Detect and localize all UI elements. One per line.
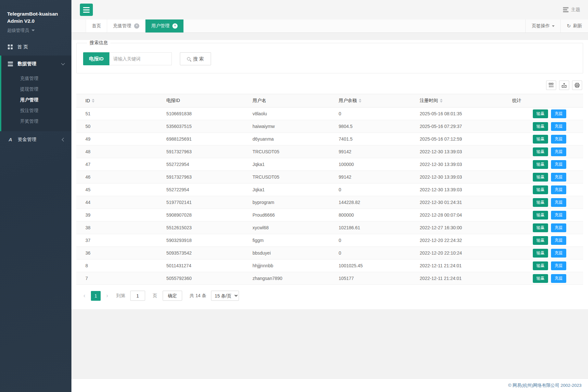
cell-id: 7 bbox=[76, 272, 162, 285]
page-number-current[interactable]: 1 bbox=[91, 291, 101, 301]
goto-page-input[interactable] bbox=[130, 291, 145, 301]
win-lose-button[interactable]: 输赢 bbox=[533, 147, 548, 156]
user-role-label: 超级管理员 bbox=[7, 28, 29, 33]
recharge-withdraw-button[interactable]: 充提 bbox=[551, 185, 566, 194]
win-lose-button[interactable]: 输赢 bbox=[533, 122, 548, 131]
win-lose-button[interactable]: 输赢 bbox=[533, 173, 548, 182]
sidebar-item-funds[interactable]: A 资金管理 bbox=[0, 131, 71, 148]
recharge-withdraw-button[interactable]: 充提 bbox=[551, 122, 566, 131]
cell-regtime: 2022-12-30 13:39:03 bbox=[416, 145, 512, 158]
sidebar-toggle-button[interactable] bbox=[80, 4, 93, 16]
cell-username: TRCUSDT05 bbox=[249, 171, 335, 183]
win-lose-button[interactable]: 输赢 bbox=[533, 249, 548, 258]
export-icon bbox=[562, 83, 567, 88]
cell-username: xycwl68 bbox=[249, 221, 335, 234]
win-lose-button[interactable]: 输赢 bbox=[533, 211, 548, 220]
column-header-id[interactable]: ID bbox=[76, 94, 162, 107]
search-button[interactable]: 搜 索 bbox=[180, 52, 211, 65]
prev-page-icon[interactable]: ‹ bbox=[81, 292, 88, 299]
tab-operations-label: 页签操作 bbox=[532, 23, 550, 29]
page-card: 搜索信息 电报ID 搜 索 bbox=[71, 40, 588, 309]
tab-users[interactable]: 用户管理 bbox=[145, 19, 184, 32]
column-header-username: 用户名 bbox=[249, 94, 335, 107]
win-lose-button[interactable]: 输赢 bbox=[533, 109, 548, 118]
column-tgid-label: 电报ID bbox=[166, 98, 180, 103]
recharge-withdraw-button[interactable]: 充提 bbox=[551, 223, 566, 232]
win-lose-button[interactable]: 输赢 bbox=[533, 223, 548, 232]
print-button[interactable] bbox=[572, 81, 582, 90]
recharge-withdraw-button[interactable]: 充提 bbox=[551, 211, 566, 220]
cell-id: 46 bbox=[76, 171, 162, 183]
cell-regtime: 2022-12-11 21:24:01 bbox=[416, 272, 512, 285]
table-body: 515106691838v8laolu02025-05-16 08:01:35输… bbox=[76, 107, 583, 285]
sidebar-item-data-management[interactable]: 数据管理 bbox=[1, 56, 71, 72]
cell-id: 50 bbox=[76, 120, 162, 133]
win-lose-button[interactable]: 输赢 bbox=[533, 198, 548, 207]
refresh-button[interactable]: ↻ 刷新 bbox=[560, 19, 588, 32]
win-lose-button[interactable]: 输赢 bbox=[533, 274, 548, 283]
recharge-withdraw-button[interactable]: 充提 bbox=[551, 160, 566, 169]
theme-switcher[interactable]: 主题 bbox=[563, 7, 580, 13]
column-header-tgid: 电报ID bbox=[162, 94, 248, 107]
win-lose-button[interactable]: 输赢 bbox=[533, 160, 548, 169]
column-id-label: ID bbox=[85, 98, 90, 103]
recharge-withdraw-button[interactable]: 充提 bbox=[551, 198, 566, 207]
footer: © 网易(杭州)网络有限公司 2002-2023 bbox=[71, 378, 588, 392]
recharge-withdraw-button[interactable]: 充提 bbox=[551, 236, 566, 245]
recharge-withdraw-button[interactable]: 充提 bbox=[551, 274, 566, 283]
close-icon[interactable] bbox=[172, 23, 178, 29]
recharge-withdraw-button[interactable]: 充提 bbox=[551, 249, 566, 258]
cell-username: zhangsan7890 bbox=[249, 272, 335, 285]
sidebar-item-withdraw[interactable]: 提现管理 bbox=[1, 84, 71, 95]
tab-home[interactable]: 首页 bbox=[86, 19, 107, 32]
search-panel-legend: 搜索信息 bbox=[87, 40, 110, 46]
columns-toggle-button[interactable] bbox=[546, 81, 556, 90]
table-row: 505356037515haiwaiymw9804.52025-05-16 07… bbox=[76, 120, 583, 133]
pagination: ‹ 1 › 到第 页 确定 共 14 条 15 条/页 bbox=[81, 291, 583, 301]
cell-balance: 1001025.45 bbox=[335, 259, 416, 272]
win-lose-button[interactable]: 输赢 bbox=[533, 185, 548, 194]
recharge-withdraw-button[interactable]: 充提 bbox=[551, 135, 566, 144]
cell-username: haiwaiymw bbox=[249, 120, 335, 133]
recharge-withdraw-button[interactable]: 充提 bbox=[551, 261, 566, 270]
cell-balance: 0 bbox=[335, 234, 416, 247]
sort-icon[interactable] bbox=[359, 99, 361, 103]
sidebar-item-home[interactable]: 首 页 bbox=[0, 39, 71, 56]
sort-icon[interactable] bbox=[440, 99, 443, 103]
cell-tgid: 5903293918 bbox=[162, 234, 248, 247]
sidebar-home-label: 首 页 bbox=[17, 44, 28, 50]
tab-recharge[interactable]: 充值管理 bbox=[107, 19, 145, 32]
recharge-withdraw-button[interactable]: 充提 bbox=[551, 147, 566, 156]
win-lose-button[interactable]: 输赢 bbox=[533, 261, 548, 270]
search-input[interactable] bbox=[109, 52, 172, 65]
win-lose-button[interactable]: 输赢 bbox=[533, 236, 548, 245]
table-row: 515106691838v8laolu02025-05-16 08:01:35输… bbox=[76, 107, 583, 120]
export-button[interactable] bbox=[559, 81, 569, 90]
cell-regtime: 2022-12-30 13:39:03 bbox=[416, 171, 512, 183]
sidebar-item-users[interactable]: 用户管理 bbox=[1, 95, 71, 105]
goto-confirm-button[interactable]: 确定 bbox=[163, 291, 182, 301]
cell-id: 47 bbox=[76, 158, 162, 171]
recharge-withdraw-button[interactable]: 充提 bbox=[551, 173, 566, 182]
sidebar-item-lottery[interactable]: 开奖管理 bbox=[1, 116, 71, 127]
cell-id: 44 bbox=[76, 196, 162, 209]
sidebar-item-bets[interactable]: 投注管理 bbox=[1, 105, 71, 116]
recharge-withdraw-button[interactable]: 充提 bbox=[551, 109, 566, 118]
cell-regtime: 2022-12-11 21:24:01 bbox=[416, 259, 512, 272]
column-header-regtime[interactable]: 注册时间 bbox=[416, 94, 512, 107]
close-icon[interactable] bbox=[134, 23, 139, 29]
column-username-label: 用户名 bbox=[253, 98, 266, 103]
per-page-select[interactable]: 15 条/页 bbox=[211, 291, 239, 301]
win-lose-button[interactable]: 输赢 bbox=[533, 135, 548, 144]
user-role-dropdown[interactable]: 超级管理员 bbox=[7, 28, 65, 33]
cell-regtime: 2022-12-20 22:10:24 bbox=[416, 247, 512, 259]
cell-username: Proud6666 bbox=[249, 209, 335, 221]
sidebar-item-recharge[interactable]: 充值管理 bbox=[1, 73, 71, 84]
column-header-balance[interactable]: 用户余额 bbox=[335, 94, 416, 107]
next-page-icon[interactable]: › bbox=[104, 292, 111, 299]
topbar: 主题 bbox=[71, 0, 588, 19]
cell-id: 8 bbox=[76, 259, 162, 272]
search-field-type-button[interactable]: 电报ID bbox=[83, 52, 109, 65]
sort-icon[interactable] bbox=[92, 99, 94, 103]
tab-operations-dropdown[interactable]: 页签操作 bbox=[525, 19, 560, 32]
